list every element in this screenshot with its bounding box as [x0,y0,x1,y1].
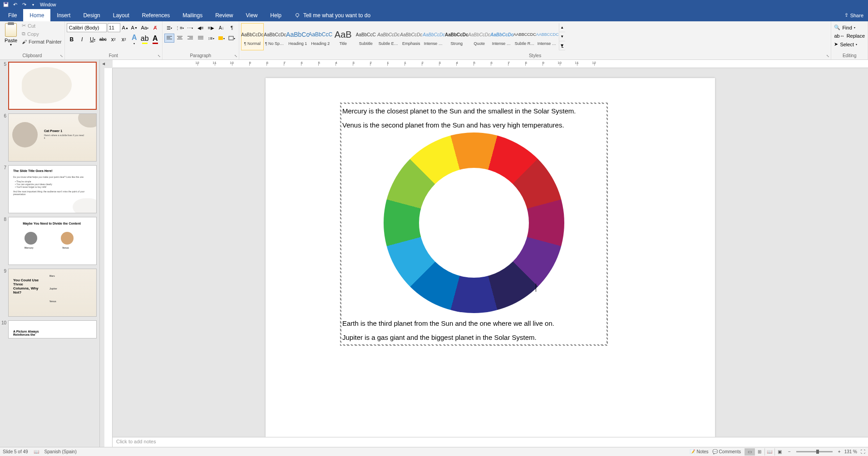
qat-dropdown-icon[interactable]: ▼ [29,1,37,8]
sorter-view-button[interactable]: ⊞ [755,448,764,456]
show-marks-button[interactable]: ¶ [227,23,237,32]
spellcheck-icon[interactable]: 📖 [34,449,39,454]
style-intense-re-[interactable]: AABBCCDCIntense Re… [536,23,559,50]
format-painter-button[interactable]: 🖌 Format Painter [21,39,63,45]
gallery-up-icon[interactable]: ▲ [559,23,565,32]
find-button[interactable]: 🔍 Find ▾ [833,24,866,31]
slide-thumbnail-10[interactable]: A Picture Always Reinforces the [8,320,97,338]
italic-button[interactable]: I [77,34,87,44]
slide-thumbnail-5[interactable] [8,62,97,110]
tab-view[interactable]: View [240,9,264,21]
style-emphasis[interactable]: AaBbCcDcEmphasis [400,23,423,50]
bold-button[interactable]: B [67,34,77,44]
tab-mailings[interactable]: Mailings [176,9,209,21]
zoom-level[interactable]: 131 % [844,449,857,454]
align-center-button[interactable] [175,34,185,43]
tab-file[interactable]: File [2,9,23,21]
undo-icon[interactable]: ↶ [11,1,19,8]
tab-insert[interactable]: Insert [50,9,77,21]
paste-button[interactable]: Paste ▼ [2,22,20,47]
page[interactable]: Mercury is the closest planet to the Sun… [266,78,715,437]
notes-pane[interactable]: Click to add notes [113,437,868,447]
underline-button[interactable]: U▾ [88,34,98,44]
tab-references[interactable]: References [136,9,176,21]
increase-font-icon[interactable]: A▲ [121,23,129,32]
slideshow-button[interactable]: ▣ [774,448,784,456]
text-box[interactable]: Mercury is the closest planet to the Sun… [340,103,608,346]
slides-panel[interactable]: 5 6 Cat Power 1 Here's where a subtitle … [0,60,100,447]
style-subtle-em-[interactable]: AaBbCcDcSubtle Em… [377,23,400,50]
style-heading-2[interactable]: AaBbCcCHeading 2 [309,23,332,50]
text-effects-button[interactable]: A▾ [129,34,139,45]
redo-icon[interactable]: ↷ [20,1,28,8]
sort-button[interactable]: A↓ [217,23,227,32]
style-intense-e-[interactable]: AaBbCcDcIntense E… [423,23,445,50]
document-scroll[interactable]: Mercury is the closest planet to the Sun… [100,68,868,437]
style-subtle-ref-[interactable]: AABBCCDCSubtle Ref… [513,23,536,50]
line-spacing-button[interactable]: ↕≡▾ [206,34,216,43]
copy-button[interactable]: ⧉ Copy [21,30,63,37]
styles-launcher-icon[interactable]: ⤡ [826,54,829,58]
paragraph-launcher-icon[interactable]: ⤡ [234,54,237,58]
fit-to-window-button[interactable]: ⛶ [861,449,865,454]
style--normal[interactable]: AaBbCcDc¶ Normal [241,23,264,50]
bullets-button[interactable]: ☰▾ [164,23,174,32]
slide-thumbnail-8[interactable]: Maybe You Need to Divide the Content Mer… [8,217,97,265]
zoom-out-button[interactable]: − [788,449,791,454]
style-heading-1[interactable]: AaBbCcHeading 1 [286,23,309,50]
color-wheel-image[interactable] [384,132,564,313]
clipboard-launcher-icon[interactable]: ⤡ [60,54,63,58]
font-launcher-icon[interactable]: ⤡ [158,54,161,58]
change-case-icon[interactable]: Aa▾ [139,23,150,32]
style-strong[interactable]: AaBbCcDcStrong [445,23,468,50]
collapse-pane-icon[interactable]: ◀ [100,60,107,67]
slide-thumbnail-7[interactable]: The Slide Title Goes Here! Do you know w… [8,165,97,213]
borders-button[interactable]: ▾ [227,34,237,43]
style-quote[interactable]: AaBbCcDcQuote [468,23,491,50]
font-name-input[interactable] [67,23,107,32]
normal-view-button[interactable]: ▭ [745,448,755,456]
align-left-button[interactable] [164,34,174,43]
font-size-input[interactable] [108,23,120,32]
justify-button[interactable] [196,34,206,43]
style-subtitle[interactable]: AaBbCcCSubtitle [355,23,377,50]
increase-indent-button[interactable]: ≡▶ [206,23,216,32]
tab-layout[interactable]: Layout [107,9,136,21]
cut-button[interactable]: ✂ Cut [21,22,63,29]
slide-indicator[interactable]: Slide 5 of 49 [3,449,28,454]
decrease-indent-button[interactable]: ◀≡ [196,23,206,32]
tab-design[interactable]: Design [77,9,106,21]
zoom-slider[interactable] [796,451,833,452]
decrease-font-icon[interactable]: A▼ [130,23,138,32]
language-indicator[interactable]: Spanish (Spain) [44,449,77,454]
gallery-down-icon[interactable]: ▼ [559,32,565,41]
style-title[interactable]: AaBTitle [332,23,355,50]
shading-button[interactable]: ▾ [217,34,227,43]
share-button[interactable]: ⇪ Share [840,9,868,21]
select-button[interactable]: ➤ Select ▾ [833,41,866,48]
font-color-button[interactable]: A [150,34,160,44]
multilevel-list-button[interactable]: ⋯▾ [185,23,195,32]
superscript-button[interactable]: x2 [119,34,129,44]
highlight-color-button[interactable]: ab [140,34,150,44]
numbering-button[interactable]: ⋮≡▾ [175,23,185,32]
tab-help[interactable]: Help [264,9,288,21]
slide-thumbnail-6[interactable]: Cat Power 1 Here's where a subtitle live… [8,113,97,162]
tab-review[interactable]: Review [209,9,239,21]
notes-button[interactable]: 📝 Notes [690,449,708,454]
clear-formatting-icon[interactable]: A̸ [151,23,159,32]
tell-me-search[interactable]: Tell me what you want to do [294,9,370,21]
reading-view-button[interactable]: 📖 [764,448,774,456]
slide-thumbnail-9[interactable]: You Could Use Three Columns, Why Not? Ma… [8,269,97,317]
subscript-button[interactable]: x2 [108,34,118,44]
align-right-button[interactable] [185,34,195,43]
vertical-ruler[interactable] [104,68,113,447]
horizontal-ruler[interactable]: 121110987654321123456789101112 [113,60,868,68]
style--no-spac-[interactable]: AaBbCcDc¶ No Spac… [264,23,286,50]
gallery-more-icon[interactable]: ▼̲ [559,41,565,50]
strikethrough-button[interactable]: abc [98,34,108,44]
replace-button[interactable]: ab↔ Replace [833,33,866,39]
zoom-in-button[interactable]: + [838,449,841,454]
comments-button[interactable]: 💬 Comments [712,449,741,454]
save-qat-icon[interactable] [2,1,10,8]
